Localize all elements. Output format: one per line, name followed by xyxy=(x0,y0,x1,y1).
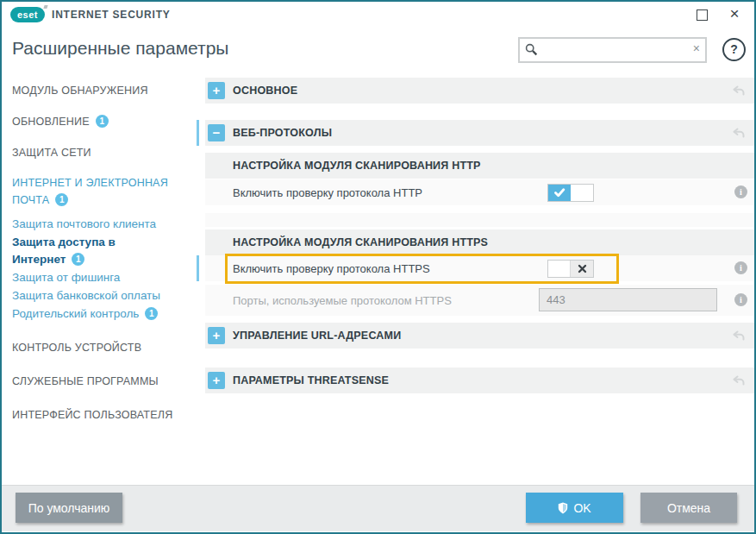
setting-label: Порты, используемые протоколом HTTPS xyxy=(233,294,452,307)
setting-row-https-ports: Порты, используемые протоколом HTTPS i xyxy=(205,285,754,316)
revert-to-default-icon[interactable] xyxy=(732,85,746,100)
section-header-url-management[interactable]: + УПРАВЛЕНИЕ URL-АДРЕСАМИ xyxy=(205,323,754,349)
info-icon[interactable]: i xyxy=(734,293,747,306)
section-label: УПРАВЛЕНИЕ URL-АДРЕСАМИ xyxy=(233,330,401,342)
ok-button[interactable]: OK xyxy=(526,493,623,523)
search-input[interactable] xyxy=(540,40,682,60)
close-button[interactable]: × xyxy=(724,3,745,24)
sidebar-item-label: Защита почтового клиента xyxy=(12,217,156,230)
uac-shield-icon xyxy=(558,502,568,514)
search-box: × xyxy=(518,37,707,63)
sidebar-item-user-interface[interactable]: ИНТЕРФЕЙС ПОЛЬЗОВАТЕЛЯ xyxy=(12,406,172,424)
sidebar-item-label: ИНТЕРФЕЙС ПОЛЬЗОВАТЕЛЯ xyxy=(12,409,172,421)
eset-logo: eset xyxy=(10,7,45,22)
button-label: OK xyxy=(573,501,590,515)
sidebar-item-tools[interactable]: СЛУЖЕБНЫЕ ПРОГРАММЫ xyxy=(12,373,159,390)
revert-to-default-icon[interactable] xyxy=(732,374,746,390)
http-toggle-switch[interactable] xyxy=(547,184,594,202)
maximize-button[interactable] xyxy=(697,9,708,21)
sidebar-item-label: Родительский контроль xyxy=(12,307,139,320)
count-badge: 1 xyxy=(55,193,68,206)
modified-setting-marker xyxy=(197,255,199,281)
sidebar-item-label: Защита от фишинга xyxy=(12,271,120,284)
sidebar-item-label: МОДУЛЬ ОБНАРУЖЕНИЯ xyxy=(12,85,148,97)
setting-label: Включить проверку протокола HTTP xyxy=(233,186,422,199)
section-label: ПАРАМЕТРЫ THREATSENSE xyxy=(233,374,389,386)
count-badge: 1 xyxy=(145,307,158,320)
revert-to-default-icon[interactable] xyxy=(732,330,746,345)
https-toggle-switch[interactable] xyxy=(547,260,594,278)
sidebar-item-label: ИНТЕРНЕТ И ЭЛЕКТРОННАЯ ПОЧТА xyxy=(12,177,168,206)
sidebar-item-web-access-protection[interactable]: Защита доступа в Интернет1 xyxy=(12,234,154,268)
expand-icon[interactable]: + xyxy=(208,82,225,99)
page-title: Расширенные параметры xyxy=(12,38,228,59)
sidebar-item-label: Защита доступа в Интернет xyxy=(12,236,116,266)
sidebar-item-banking-protection[interactable]: Защита банковской оплаты xyxy=(12,287,160,305)
count-badge: 1 xyxy=(96,115,109,128)
expand-icon[interactable]: + xyxy=(208,372,225,389)
collapse-icon[interactable]: − xyxy=(208,124,225,141)
footer-bar: По умолчанию OK Отмена xyxy=(2,485,754,531)
expand-icon[interactable]: + xyxy=(208,327,225,344)
setting-label: Включить проверку протокола HTTPS xyxy=(233,262,430,275)
section-label: ОСНОВНОЕ xyxy=(233,85,297,97)
toggle-knob xyxy=(548,261,571,277)
subsection-header-http: НАСТРОЙКА МОДУЛЯ СКАНИРОВАНИЯ HTTP xyxy=(205,153,754,179)
sidebar-item-label: КОНТРОЛЬ УСТРОЙСТВ xyxy=(12,342,141,354)
help-button[interactable]: ? xyxy=(722,38,746,61)
product-name: INTERNET SECURITY xyxy=(52,9,171,21)
restore-defaults-button[interactable]: По умолчанию xyxy=(16,493,122,523)
empty-row xyxy=(205,213,754,227)
search-clear-icon[interactable]: × xyxy=(693,41,700,55)
sidebar-item-antiphishing[interactable]: Защита от фишинга xyxy=(12,269,120,286)
subsection-label: НАСТРОЙКА МОДУЛЯ СКАНИРОВАНИЯ HTTP xyxy=(233,160,481,172)
toggle-knob xyxy=(571,185,593,201)
section-header-web-protocols[interactable]: − ВЕБ-ПРОТОКОЛЫ xyxy=(205,120,754,146)
https-ports-input xyxy=(539,288,717,311)
search-icon xyxy=(525,43,538,56)
setting-row-https-toggle: Включить проверку протокола HTTPS i xyxy=(205,255,754,281)
toggle-check-icon xyxy=(548,185,571,201)
sidebar-item-email-client-protection[interactable]: Защита почтового клиента xyxy=(12,216,156,233)
section-header-basic[interactable]: + ОСНОВНОЕ xyxy=(205,78,754,104)
setting-row-http-toggle: Включить проверку протокола HTTP i xyxy=(205,179,754,205)
button-label: По умолчанию xyxy=(28,501,110,515)
sidebar-item-network-protection[interactable]: ЗАЩИТА СЕТИ xyxy=(12,144,91,161)
sidebar-item-parental-control[interactable]: Родительский контроль1 xyxy=(12,305,158,323)
sidebar-item-update[interactable]: ОБНОВЛЕНИЕ1 xyxy=(12,113,109,130)
info-icon[interactable]: i xyxy=(734,185,747,198)
count-badge: 1 xyxy=(72,253,84,266)
cancel-button[interactable]: Отмена xyxy=(640,493,737,523)
sidebar-item-label: ЗАЩИТА СЕТИ xyxy=(12,147,91,159)
section-header-threatsense[interactable]: + ПАРАМЕТРЫ THREATSENSE xyxy=(205,368,754,393)
button-label: Отмена xyxy=(667,501,710,515)
sidebar-item-label: ОБНОВЛЕНИЕ xyxy=(12,116,90,128)
subsection-header-https: НАСТРОЙКА МОДУЛЯ СКАНИРОВАНИЯ HTTPS xyxy=(205,229,754,255)
sidebar-item-web-and-email[interactable]: ИНТЕРНЕТ И ЭЛЕКТРОННАЯ ПОЧТА1 xyxy=(12,174,189,209)
sidebar-item-device-control[interactable]: КОНТРОЛЬ УСТРОЙСТВ xyxy=(12,339,141,356)
section-label: ВЕБ-ПРОТОКОЛЫ xyxy=(233,127,332,139)
info-icon[interactable]: i xyxy=(734,261,747,274)
subsection-label: НАСТРОЙКА МОДУЛЯ СКАНИРОВАНИЯ HTTPS xyxy=(233,236,488,248)
eset-advanced-setup-window: eset INTERNET SECURITY × Расширенные пар… xyxy=(0,0,756,534)
revert-to-default-icon[interactable] xyxy=(732,127,746,142)
sidebar-item-label: Защита банковской оплаты xyxy=(12,289,160,302)
titlebar: eset INTERNET SECURITY × xyxy=(2,2,754,28)
sidebar-item-detection-engine[interactable]: МОДУЛЬ ОБНАРУЖЕНИЯ xyxy=(12,82,148,99)
sidebar-item-label: СЛУЖЕБНЫЕ ПРОГРАММЫ xyxy=(12,375,159,387)
modified-section-marker xyxy=(197,120,199,146)
toggle-cross-icon xyxy=(571,261,593,277)
